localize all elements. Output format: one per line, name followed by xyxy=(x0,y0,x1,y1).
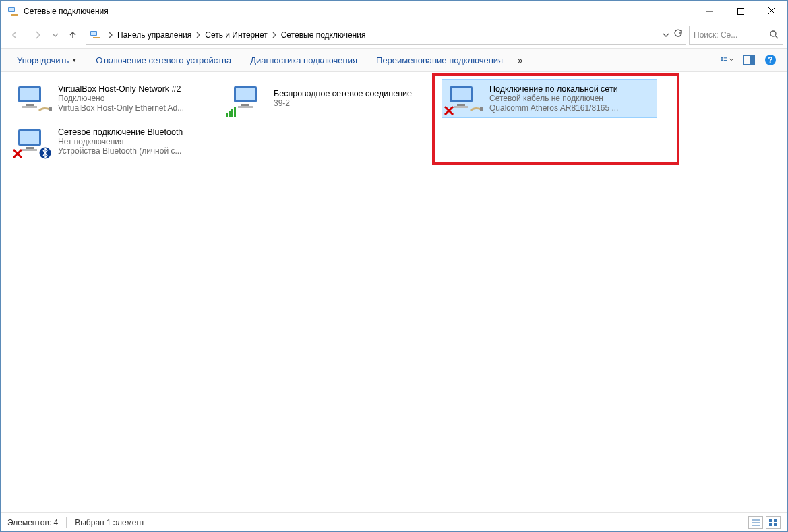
address-bar: Панель управления Сеть и Интернет Сетевы… xyxy=(1,22,787,48)
svg-rect-52 xyxy=(769,523,772,526)
content-area[interactable]: VirtualBox Host-Only Network #2 Подключе… xyxy=(1,72,787,512)
ethernet-disconnected-icon xyxy=(445,82,481,115)
breadcrumb-item[interactable]: Сетевые подключения xyxy=(278,26,369,44)
svg-rect-21 xyxy=(20,88,39,100)
svg-rect-1 xyxy=(9,8,14,11)
svg-rect-12 xyxy=(721,57,723,59)
connection-status: Сетевой кабель не подключен xyxy=(489,94,618,103)
icons-view-button[interactable] xyxy=(766,516,781,529)
svg-rect-2 xyxy=(11,14,18,16)
arrow-down-icon: ▼ xyxy=(71,57,77,63)
minimize-button[interactable] xyxy=(694,1,725,22)
connection-item-lan[interactable]: Подключение по локальной сети Сетевой ка… xyxy=(442,79,657,118)
svg-rect-17 xyxy=(750,56,754,64)
refresh-icon[interactable] xyxy=(673,29,683,41)
details-view-button[interactable] xyxy=(748,516,763,529)
status-separator xyxy=(66,517,67,528)
svg-rect-26 xyxy=(236,88,255,100)
command-bar: Упорядочить▼ Отключение сетевого устройс… xyxy=(1,48,787,72)
svg-rect-23 xyxy=(22,106,37,108)
svg-line-11 xyxy=(775,36,778,38)
svg-rect-29 xyxy=(226,113,228,117)
connection-name: VirtualBox Host-Only Network #2 xyxy=(58,84,184,94)
overflow-chevron[interactable]: » xyxy=(512,49,528,71)
back-button[interactable] xyxy=(5,25,25,45)
search-icon[interactable] xyxy=(769,30,779,41)
connection-device: VirtualBox Host-Only Ethernet Ad... xyxy=(58,103,184,113)
svg-rect-36 xyxy=(454,106,468,108)
chevron-right-icon[interactable] xyxy=(194,32,202,38)
ethernet-icon xyxy=(13,82,50,115)
connection-item-wifi[interactable]: Беспроводное сетевое соединение 39-2 xyxy=(226,79,442,118)
breadcrumb-item[interactable]: Панель управления xyxy=(115,26,194,44)
svg-rect-51 xyxy=(774,519,777,522)
svg-rect-50 xyxy=(769,519,772,522)
search-placeholder: Поиск: Се... xyxy=(694,30,737,40)
status-bar: Элементов: 4 Выбран 1 элемент xyxy=(1,512,787,531)
svg-rect-27 xyxy=(241,104,249,106)
up-button[interactable] xyxy=(63,25,83,45)
svg-rect-34 xyxy=(452,88,471,100)
svg-rect-35 xyxy=(457,104,465,106)
svg-point-10 xyxy=(770,31,776,36)
svg-rect-43 xyxy=(22,149,37,151)
svg-text:?: ? xyxy=(768,55,772,65)
connection-item-bluetooth[interactable]: Сетевое подключение Bluetooth Нет подклю… xyxy=(10,122,226,161)
window-title: Сетевые подключения xyxy=(24,7,694,16)
preview-pane-button[interactable] xyxy=(743,54,755,66)
connection-name: Беспроводное сетевое соединение xyxy=(274,89,412,98)
network-connections-icon xyxy=(7,6,18,17)
svg-rect-41 xyxy=(20,131,39,144)
recent-locations-button[interactable] xyxy=(51,32,60,38)
view-options-button[interactable] xyxy=(721,54,733,66)
maximize-button[interactable] xyxy=(725,1,756,22)
connection-status: Нет подключения xyxy=(58,137,183,146)
svg-rect-22 xyxy=(26,104,34,106)
forward-button[interactable] xyxy=(28,25,48,45)
breadcrumb-item[interactable]: Сеть и Интернет xyxy=(202,26,270,44)
connection-name: Сетевое подключение Bluetooth xyxy=(58,127,183,137)
diagnose-button[interactable]: Диагностика подключения xyxy=(241,49,367,71)
connection-status: 39-2 xyxy=(274,98,412,108)
disable-device-button[interactable]: Отключение сетевого устройства xyxy=(86,49,241,71)
title-bar: Сетевые подключения xyxy=(1,1,787,22)
svg-rect-42 xyxy=(26,147,34,149)
bluetooth-disconnected-icon xyxy=(13,125,50,158)
chevron-right-icon[interactable] xyxy=(107,32,115,38)
svg-rect-53 xyxy=(774,523,777,526)
wifi-icon xyxy=(229,82,266,115)
svg-rect-24 xyxy=(49,107,52,111)
connection-name: Подключение по локальной сети xyxy=(489,84,618,94)
close-button[interactable] xyxy=(756,1,787,22)
status-count: Элементов: 4 xyxy=(7,518,58,527)
connection-status: Подключено xyxy=(58,94,184,103)
connection-device: Устройства Bluetooth (личной с... xyxy=(58,146,183,156)
svg-rect-31 xyxy=(231,109,233,117)
chevron-down-icon[interactable] xyxy=(663,29,669,41)
help-button[interactable]: ? xyxy=(764,54,777,66)
svg-rect-37 xyxy=(480,107,483,111)
svg-rect-13 xyxy=(721,59,723,61)
rename-button[interactable]: Переименование подключения xyxy=(367,49,512,71)
chevron-right-icon[interactable] xyxy=(270,32,278,38)
svg-rect-4 xyxy=(738,8,744,14)
connection-device: Qualcomm Atheros AR8161/8165 ... xyxy=(489,103,618,113)
breadcrumb-path[interactable]: Панель управления Сеть и Интернет Сетевы… xyxy=(86,26,686,45)
svg-rect-15 xyxy=(724,60,727,61)
svg-rect-9 xyxy=(93,37,100,38)
organize-menu[interactable]: Упорядочить▼ xyxy=(7,49,86,71)
svg-rect-8 xyxy=(91,32,96,35)
svg-rect-30 xyxy=(229,111,231,117)
svg-rect-14 xyxy=(724,57,727,58)
status-selected: Выбран 1 элемент xyxy=(75,518,144,527)
folder-icon xyxy=(89,28,104,42)
svg-rect-32 xyxy=(234,107,236,117)
connection-item-virtualbox[interactable]: VirtualBox Host-Only Network #2 Подключе… xyxy=(10,79,226,118)
svg-rect-28 xyxy=(238,106,253,108)
search-box[interactable]: Поиск: Се... xyxy=(689,26,783,45)
